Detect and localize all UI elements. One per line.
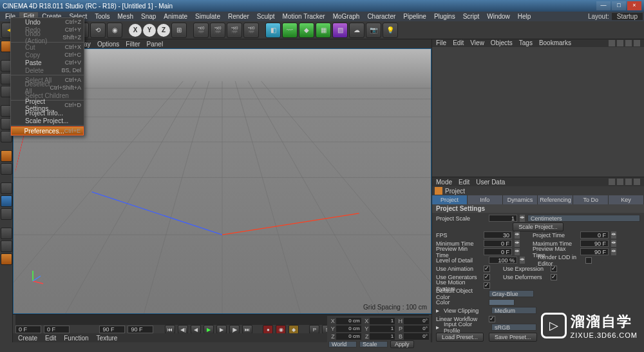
- rlod-checkbox[interactable]: [585, 257, 592, 264]
- om-menu-view[interactable]: View: [470, 39, 484, 46]
- camera-tool[interactable]: 📷: [366, 23, 381, 38]
- prev-key-button[interactable]: ◀|: [178, 325, 188, 334]
- x-axis-toggle[interactable]: X: [129, 24, 142, 37]
- tab-project-settings[interactable]: Project Settings: [432, 195, 468, 204]
- menu-item-undo-action[interactable]: Undo (Action)Shift+Z: [11, 34, 84, 41]
- pos-z-field[interactable]: 0 cm: [336, 333, 361, 340]
- maximize-button[interactable]: □: [612, 1, 626, 10]
- timeline-start-field[interactable]: [15, 326, 41, 333]
- menu-snap[interactable]: Snap: [137, 12, 160, 21]
- tab-referencing[interactable]: Referencing: [538, 195, 573, 204]
- icp-dropdown[interactable]: sRGB: [491, 324, 536, 331]
- lwf-checkbox[interactable]: [489, 316, 495, 322]
- menu-script[interactable]: Script: [459, 12, 484, 21]
- vp-menu-filter[interactable]: Filter: [126, 41, 140, 48]
- vclip-dropdown[interactable]: Medium: [491, 307, 536, 314]
- filter-icon[interactable]: [617, 40, 623, 46]
- om-menu-edit[interactable]: Edit: [453, 39, 464, 46]
- save-preset-button[interactable]: Save Preset...: [489, 333, 537, 342]
- docolor-dropdown[interactable]: Gray-Blue: [489, 290, 534, 297]
- goto-end-button[interactable]: ⏭: [242, 325, 252, 334]
- render-pv-tool[interactable]: 🎬: [243, 23, 259, 38]
- spinner-icon[interactable]: ◂▸: [515, 240, 520, 247]
- scale-x-field[interactable]: 1: [370, 318, 395, 324]
- spinner-icon[interactable]: ◂▸: [520, 257, 525, 264]
- mintime-field[interactable]: 0 F: [484, 240, 512, 247]
- cube-primitive-tool[interactable]: ◧: [265, 23, 281, 38]
- menu-item-copy[interactable]: CopyCtrl+C: [11, 51, 84, 59]
- lasttool-tool[interactable]: ◉: [107, 23, 122, 38]
- layout-dropdown[interactable]: Startup: [612, 13, 643, 20]
- scale-y-field[interactable]: 1: [370, 326, 395, 332]
- spinner-icon[interactable]: ◂▸: [611, 231, 616, 239]
- umot-checkbox[interactable]: [484, 282, 490, 289]
- scale-project-button[interactable]: Scale Project...: [513, 222, 564, 231]
- tab-keyinterp[interactable]: Key Interpolation: [609, 195, 644, 204]
- coord-mode1-dropdown[interactable]: World: [328, 341, 357, 347]
- spinner-icon[interactable]: ◂▸: [520, 215, 525, 222]
- lock-icon[interactable]: [634, 179, 640, 185]
- scale-z-field[interactable]: 1: [370, 333, 395, 340]
- menu-simulate[interactable]: Simulate: [191, 12, 224, 21]
- rot-b-field[interactable]: 0°: [404, 333, 429, 340]
- menu-item-preferences[interactable]: Preferences...Ctrl+E: [11, 126, 84, 135]
- menu-mograph[interactable]: MoGraph: [329, 12, 364, 21]
- keyframe-sel-button[interactable]: ◆: [289, 325, 299, 334]
- maxtime-field[interactable]: 90 F: [580, 240, 609, 247]
- nav-up-icon[interactable]: [625, 179, 632, 185]
- path-icon[interactable]: [625, 40, 632, 46]
- prev-frame-button[interactable]: ◀: [191, 325, 201, 334]
- load-preset-button[interactable]: Load Preset...: [436, 333, 484, 342]
- object-manager[interactable]: [432, 47, 644, 177]
- close-button[interactable]: ×: [627, 1, 641, 10]
- texture-mode-tool[interactable]: [1, 150, 12, 162]
- planar-workplane-tool[interactable]: [1, 240, 12, 252]
- menu-item-delete[interactable]: DeleteBS, Del: [11, 66, 84, 74]
- am-menu-edit[interactable]: Edit: [459, 179, 469, 186]
- color-swatch[interactable]: [489, 299, 515, 306]
- menu-mesh[interactable]: Mesh: [114, 12, 137, 21]
- tree-icon[interactable]: [634, 40, 640, 46]
- menu-pipeline[interactable]: Pipeline: [399, 12, 430, 21]
- vp-menu-options[interactable]: Options: [97, 41, 119, 48]
- pos-y-field[interactable]: 0 cm: [336, 326, 361, 332]
- workplane-tool[interactable]: [1, 163, 12, 175]
- menu-render[interactable]: Render: [224, 12, 253, 21]
- menu-item-project-settings[interactable]: Project Settings...Ctrl+D: [11, 101, 84, 109]
- menu-animate[interactable]: Animate: [160, 12, 191, 21]
- ugen-checkbox[interactable]: [484, 274, 490, 280]
- rot-h-field[interactable]: 0°: [404, 318, 429, 324]
- mat-menu-edit[interactable]: Edit: [45, 335, 56, 342]
- menu-tools[interactable]: Tools: [91, 12, 113, 21]
- tab-info[interactable]: Info: [468, 195, 503, 204]
- pmintime-field[interactable]: 0 F: [484, 248, 512, 255]
- light-tool[interactable]: 💡: [383, 23, 398, 38]
- render-view-tool[interactable]: 🎬: [193, 23, 209, 38]
- mat-menu-create[interactable]: Create: [18, 335, 37, 342]
- lod-field[interactable]: 100 %: [489, 257, 517, 264]
- vp-menu-panel[interactable]: Panel: [147, 41, 164, 48]
- menu-item-scale-project[interactable]: Scale Project...: [11, 117, 84, 124]
- y-axis-toggle[interactable]: Y: [143, 24, 156, 37]
- workplane-snap-tool[interactable]: [1, 208, 12, 220]
- nav-back-icon[interactable]: [609, 179, 615, 185]
- mat-menu-texture[interactable]: Texture: [97, 335, 118, 342]
- minimize-button[interactable]: —: [596, 1, 611, 10]
- coord-sys-tool[interactable]: ⊞: [171, 23, 187, 38]
- render-region-tool[interactable]: 🎬: [210, 23, 225, 38]
- nurbs-tool[interactable]: ◆: [299, 23, 314, 38]
- spline-tool[interactable]: 〰: [282, 23, 298, 38]
- generator-tool[interactable]: ▦: [316, 23, 331, 38]
- menu-plugins[interactable]: Plugins: [430, 12, 459, 21]
- udef-checkbox[interactable]: [551, 274, 557, 280]
- play-button[interactable]: ▶: [204, 325, 214, 334]
- menu-sculpt[interactable]: Sculpt: [253, 12, 279, 21]
- spinner-icon[interactable]: ◂▸: [611, 240, 616, 247]
- fps-field[interactable]: 30: [484, 231, 512, 239]
- om-menu-objects[interactable]: Objects: [491, 39, 513, 46]
- uanim-checkbox[interactable]: [484, 266, 490, 272]
- om-menu-tags[interactable]: Tags: [519, 39, 533, 46]
- locked-workplane-tool[interactable]: [1, 228, 12, 239]
- menu-motiontracker[interactable]: Motion Tracker: [279, 12, 329, 21]
- spinner-icon[interactable]: ◂▸: [515, 231, 520, 239]
